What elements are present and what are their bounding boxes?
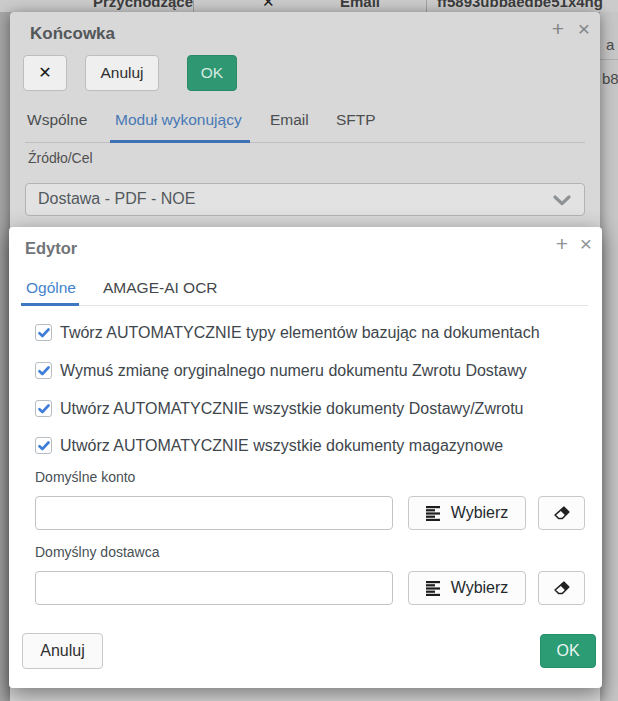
active-tab-underline [21,303,79,306]
source-target-label: Źródło/Cel [28,150,93,166]
checkbox-checked[interactable] [35,437,52,454]
tabbar-divider [25,142,585,143]
source-target-select[interactable]: Dostawa - PDF - NOE [25,183,585,216]
list-icon [426,580,442,596]
koncowka-ok-button[interactable]: OK [187,55,237,91]
default-supplier-label: Domyślny dostawca [35,544,160,560]
tab-sftp[interactable]: SFTP [336,111,376,129]
column-divider [426,0,427,12]
koncowka-dialog-title: Końcowka [30,24,115,44]
default-supplier-input[interactable] [35,571,393,605]
edytor-dialog: Edytor + × Ogólne AMAGE-AI OCR Twórz AUT… [9,227,602,688]
maximize-icon[interactable]: + [556,233,568,255]
background-table-row: Przychodzące ✕ Email ff5893ubbaedbe51x4n… [0,0,618,12]
background-page-edge: a b8 [600,12,618,701]
edytor-dialog-title: Edytor [25,239,77,258]
eraser-icon [553,580,571,597]
tab-ogolne[interactable]: Ogólne [26,279,76,297]
checkmark-icon [38,366,50,376]
active-tab-underline [110,140,250,143]
column-divider [193,0,194,12]
list-icon [426,505,442,521]
checkmark-icon [38,441,50,451]
checkbox-checked[interactable] [35,400,52,417]
checkmark-icon [38,328,50,338]
maximize-icon[interactable]: + [552,18,564,40]
tab-amage-ai-ocr[interactable]: AMAGE-AI OCR [103,279,218,297]
checkbox-label[interactable]: Utwórz AUTOMATYCZNIE wszystkie dokumenty… [60,400,524,418]
checkbox-label[interactable]: Utwórz AUTOMATYCZNIE wszystkie dokumenty… [60,437,503,455]
checkbox-label[interactable]: Twórz AUTOMATYCZNIE typy elementów bazuj… [60,324,540,342]
tabbar-divider [23,305,588,306]
default-account-label: Domyślne konto [35,469,135,485]
checkbox-label[interactable]: Wymuś zmianę oryginalnego numeru dokumen… [60,362,527,380]
row-divider [600,59,618,60]
background-cell-hash: ff5893ubbaedbe51x4ng [437,0,603,10]
background-fragment: a [606,36,614,53]
edytor-ok-button[interactable]: OK [540,634,596,668]
choose-button-label: Wybierz [451,579,509,597]
checkbox-checked[interactable] [35,362,52,379]
close-icon[interactable]: × [580,233,592,255]
background-fragment: b8 [602,70,618,87]
checkbox-checked[interactable] [35,324,52,341]
default-account-input[interactable] [35,496,393,530]
eraser-icon [553,505,571,522]
checkmark-icon [38,404,50,414]
default-account-choose-button[interactable]: Wybierz [408,496,526,530]
edytor-cancel-button[interactable]: Anuluj [22,633,103,669]
background-row-close-icon: ✕ [262,0,275,11]
default-supplier-choose-button[interactable]: Wybierz [408,571,526,605]
background-cell-kind: Email [340,0,380,10]
chevron-down-icon [553,195,571,206]
tab-modul-wykonujacy[interactable]: Moduł wykonujący [115,111,242,129]
koncowka-cancel-button[interactable]: Anuluj [85,55,159,91]
close-icon[interactable]: × [578,18,590,40]
background-cell-type: Przychodzące [93,0,193,10]
default-account-clear-button[interactable] [538,496,585,530]
tab-wspolne[interactable]: Wspólne [27,111,87,129]
tab-email[interactable]: Email [270,111,309,129]
choose-button-label: Wybierz [451,504,509,522]
koncowka-close-button[interactable]: ✕ [23,55,67,91]
source-target-selected-value: Dostawa - PDF - NOE [38,190,195,208]
default-supplier-clear-button[interactable] [538,571,585,605]
